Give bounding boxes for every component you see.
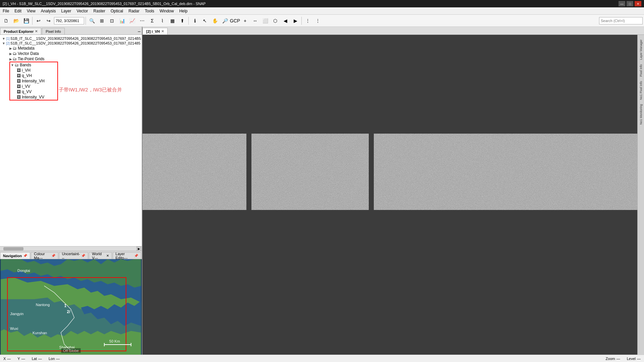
menu-optical[interactable]: Optical (108, 8, 126, 14)
scroll-right-button[interactable]: ▶ (136, 246, 141, 251)
tool-scatter[interactable]: ⋯ (137, 16, 147, 25)
tab-colour-map[interactable]: Colour Ma--- 📌 (31, 252, 58, 259)
tool-subset[interactable]: ⊡ (107, 16, 117, 25)
x-sep: — (7, 357, 11, 361)
tool-stat[interactable]: Σ (148, 16, 157, 25)
svg-text:50 Km: 50 Km (109, 339, 120, 343)
menu-analysis[interactable]: Analysis (38, 8, 59, 14)
sidebar-no1-monitoring[interactable]: No1 Monitoring (639, 103, 643, 126)
tool-gcp[interactable]: GCP (230, 16, 240, 25)
tool-next[interactable]: ▶ (291, 16, 300, 25)
search-input[interactable] (599, 17, 643, 24)
sidebar-layer-manager[interactable]: Layer Manager (639, 38, 643, 61)
tool-profile[interactable]: ⌇ (158, 16, 167, 25)
pin-navigation[interactable]: 📌 (23, 254, 27, 258)
horizontal-scrollbar[interactable]: ▶ (0, 246, 142, 251)
tool-pan[interactable]: ✋ (210, 16, 220, 25)
sidebar-no1-pixel-info[interactable]: No1 Pixel Info (639, 80, 643, 101)
tree-product-1[interactable]: ▼ [1] S1B_IT_SLC__1SDV_20190822T095426_2… (1, 36, 140, 41)
tree-band-i-vv[interactable]: 🖼 i_VV (10, 84, 57, 89)
menu-window[interactable]: Window (157, 8, 177, 14)
menu-layer[interactable]: Layer (59, 8, 74, 14)
menu-tools[interactable]: Tools (142, 8, 157, 14)
sidebar-pixel-info[interactable]: Pixel Info (639, 63, 643, 78)
open-button[interactable]: 📂 (11, 16, 21, 25)
zoom-all-button[interactable]: ⊞ (97, 16, 107, 25)
tool-zoom[interactable]: 🔎 (220, 16, 230, 25)
menu-radar[interactable]: Radar (126, 8, 142, 14)
undo-button[interactable]: ↩ (34, 16, 43, 25)
svg-rect-26 (142, 134, 246, 210)
tool-histogram[interactable]: ▦ (168, 16, 177, 25)
tool-export[interactable]: ⬆ (178, 16, 187, 25)
status-lat: Lat — (32, 357, 42, 361)
tree-bands[interactable]: ▼ 🗂 Bands (10, 62, 57, 68)
tool-spectrum[interactable]: 📈 (127, 16, 137, 25)
tool-info[interactable]: ℹ (190, 16, 199, 25)
pin-uncertainty[interactable]: 📌 (81, 254, 85, 258)
close-view-tab[interactable]: ✕ (161, 29, 164, 33)
tree-tie-point-grids[interactable]: ▶ 🗂 Tie-Point Grids (1, 56, 140, 62)
tool-draw-poly[interactable]: ⬡ (271, 16, 280, 25)
dark-gap-2 (369, 134, 374, 210)
image-area[interactable]: 子带IW1,IW2，IW3已被合并 原始的暗带（黑色背景）被去掉 ✛ (142, 35, 644, 355)
tool-prev[interactable]: ◀ (281, 16, 290, 25)
zoom-in-button[interactable]: 🔍 (87, 16, 97, 25)
tree-band-intensity-vh[interactable]: 🖼 Intensity_VH (10, 78, 57, 84)
titlebar-title: [2] i_VH - S1B_IW_SLC__1SDV_20190822T095… (3, 2, 206, 6)
product-tree[interactable]: ▼ [1] S1B_IT_SLC__1SDV_20190822T095426_2… (0, 35, 142, 251)
sar-image-strip (142, 134, 637, 210)
menu-vector[interactable]: Vector (74, 8, 91, 14)
tree-metadata[interactable]: ▶ 🗂 Metadata (1, 46, 140, 51)
svg-text:Dongtai: Dongtai (17, 269, 30, 273)
svg-rect-27 (251, 134, 369, 210)
tool-gcp2[interactable]: + (240, 16, 250, 25)
redo-button[interactable]: ↪ (44, 16, 53, 25)
pin-layer-editor[interactable]: 📌 (134, 254, 138, 258)
tool-more2[interactable]: ⋮ (313, 16, 323, 25)
menu-edit[interactable]: Edit (12, 8, 24, 14)
tab-i-vh[interactable]: [2] i_VH ✕ (142, 28, 168, 34)
tab-navigation[interactable]: Navigation 📌 (0, 252, 30, 259)
tree-band-intensity-vv[interactable]: 🖼 Intensity_VV (10, 94, 57, 100)
new-button[interactable]: 🗋 (1, 16, 11, 25)
off-globe-label: Off Globe (61, 348, 81, 353)
minimize-button[interactable]: — (619, 1, 625, 6)
tab-world-view[interactable]: World V--- ✕ (89, 252, 112, 259)
tree-band-q-vh[interactable]: 🖼 q_VH (10, 73, 57, 78)
toolbar: 🗋 📂 💾 ↩ ↪ 🔍 ⊞ ⊡ 📊 📈 ⋯ Σ ⌇ ▦ ⬆ ℹ ↖ ✋ 🔎 GC… (0, 15, 644, 27)
menu-help[interactable]: Help (177, 8, 190, 14)
menu-file[interactable]: File (0, 8, 12, 14)
tree-product-2[interactable]: ▼ [2] S1B_IT_SLC__1SDV_20190822T095426_2… (1, 41, 140, 46)
menu-raster[interactable]: Raster (91, 8, 108, 14)
maximize-button[interactable]: □ (627, 1, 633, 6)
collapse-panel-button[interactable]: – (136, 28, 142, 34)
tool-select[interactable]: ↖ (200, 16, 210, 25)
save-button[interactable]: 💾 (21, 16, 31, 25)
tree-band-q-vv[interactable]: 🖼 q_VV (10, 89, 57, 94)
pin-colour-map[interactable]: 📌 (51, 254, 55, 258)
tab-pixel-info[interactable]: Pixel Info (42, 28, 64, 34)
tool-draw-rect[interactable]: ⬜ (260, 16, 270, 25)
menu-view[interactable]: View (24, 8, 38, 14)
menubar: File Edit View Analysis Layer Vector Ras… (0, 7, 644, 15)
tool-move[interactable]: ↔ (250, 16, 260, 25)
tree-vector-data[interactable]: ▶ 🗂 Vector Data (1, 51, 140, 56)
close-world-view[interactable]: ✕ (106, 254, 109, 258)
tab-product-explorer[interactable]: Product Explorer ✕ (0, 28, 41, 34)
svg-text:Nantong: Nantong (36, 303, 50, 307)
close-product-explorer[interactable]: ✕ (35, 29, 38, 33)
sar-strip-left (142, 134, 246, 210)
tree-band-i-vh[interactable]: 🖼 i_VH (10, 68, 57, 73)
y-label: Y (17, 357, 20, 361)
tab-uncertainty[interactable]: Uncertaint--- 📌 (59, 252, 89, 259)
coord-input[interactable] (54, 17, 84, 24)
toolbar-sep-3 (188, 17, 189, 25)
close-button[interactable]: ✕ (635, 1, 641, 6)
tool-more1[interactable]: ⋮ (303, 16, 312, 25)
navigation-map[interactable]: Dongtai Nantong Jiangyin Wuxi Kunshan Sh… (0, 259, 142, 355)
view-tab-label: [2] i_VH (146, 29, 160, 33)
bottom-panel: Navigation 📌 Colour Ma--- 📌 Uncertaint--… (0, 251, 142, 355)
tab-layer-editor[interactable]: Layer Edito--- 📌 (113, 252, 141, 259)
tool-graph[interactable]: 📊 (117, 16, 127, 25)
